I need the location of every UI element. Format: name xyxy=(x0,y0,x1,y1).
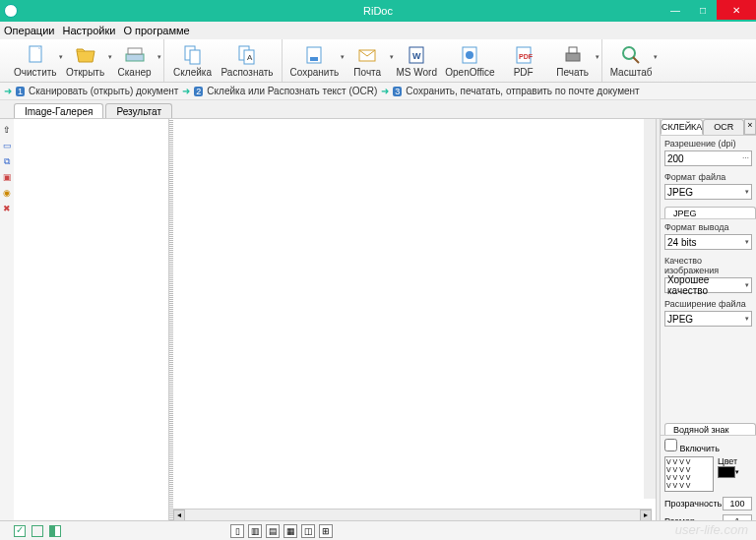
recognize-button[interactable]: AРаспознать xyxy=(221,44,274,78)
folder-icon xyxy=(75,44,96,66)
step3-label: Сохранить, печатать, отправить по почте … xyxy=(406,86,639,96)
svg-text:PDF: PDF xyxy=(519,53,534,60)
tool-target-icon[interactable]: ◉ xyxy=(2,188,12,198)
rtab-glue[interactable]: СКЛЕЙКА xyxy=(661,119,703,135)
bottombar: ✓ ▯ ▥ ▤ ▦ ◫ ⊞ xyxy=(0,520,756,540)
view-square-icon[interactable] xyxy=(32,525,43,537)
tool-delete-icon[interactable]: ✖ xyxy=(2,204,12,213)
resolution-input[interactable]: 200⋯ xyxy=(664,150,752,166)
svg-text:A: A xyxy=(247,53,253,62)
quality-select[interactable]: Хорошее качество▾ xyxy=(664,277,752,293)
rpanel-close-icon[interactable]: × xyxy=(744,119,756,135)
tool-doc-icon[interactable]: ▭ xyxy=(2,141,12,150)
layout4-icon[interactable]: ▦ xyxy=(284,524,297,538)
tool-rotate-icon[interactable]: ▣ xyxy=(2,172,12,182)
zoom-icon xyxy=(620,44,642,66)
layout2-icon[interactable]: ▥ xyxy=(248,524,262,538)
mail-button[interactable]: Почта▾ xyxy=(346,44,388,78)
trans-label: Прозрачность xyxy=(664,499,722,509)
scanner-button[interactable]: Сканер▾ xyxy=(114,44,156,78)
ext-select[interactable]: JPEG▾ xyxy=(664,311,752,327)
wm-preview: V V V V V V V V V V V V V V V V xyxy=(664,456,714,492)
main-tabs: Image-Галерея Результат xyxy=(0,100,756,118)
save-button[interactable]: Сохранить▾ xyxy=(290,44,340,78)
svg-rect-4 xyxy=(190,50,200,64)
print-icon xyxy=(562,44,584,66)
svg-rect-9 xyxy=(310,57,318,61)
trans-input[interactable] xyxy=(723,497,752,510)
step2-label: Склейка или Распознать текст (OCR) xyxy=(207,86,377,96)
right-panel: СКЛЕЙКА OCR × Разрешение (dpi) 200⋯ Форм… xyxy=(660,119,756,530)
layout1-icon[interactable]: ▯ xyxy=(230,524,244,538)
svg-text:W: W xyxy=(412,51,421,61)
scroll-right-icon[interactable]: ▸ xyxy=(640,510,652,521)
svg-rect-2 xyxy=(128,48,142,54)
openoffice-button[interactable]: OpenOffice xyxy=(445,44,494,78)
clear-button[interactable]: Очистить▾ xyxy=(14,44,57,78)
svg-rect-17 xyxy=(566,53,580,61)
svg-line-20 xyxy=(633,57,639,63)
toolbar: Очистить▾ Открыть▾ Сканер▾ Склейка AРасп… xyxy=(0,39,756,83)
output-select[interactable]: 24 bits▾ xyxy=(664,234,752,250)
resolution-label: Разрешение (dpi) xyxy=(664,139,752,149)
format-label: Формат файла xyxy=(664,172,752,182)
stepbar: ➜1Сканировать (открыть) документ ➜2Склей… xyxy=(0,83,756,100)
svg-rect-18 xyxy=(569,47,577,53)
glue-button[interactable]: Склейка xyxy=(172,44,214,78)
canvas xyxy=(173,119,656,530)
pdf-button[interactable]: PDFPDF xyxy=(503,44,544,78)
svg-rect-1 xyxy=(126,54,144,61)
oo-icon xyxy=(459,44,480,66)
tool-up-icon[interactable]: ⇧ xyxy=(2,125,12,135)
scanner-icon xyxy=(124,44,146,66)
view-check-icon[interactable]: ✓ xyxy=(14,525,26,537)
layout6-icon[interactable]: ⊞ xyxy=(319,524,333,538)
scrollbar-h[interactable]: ◂ ▸ xyxy=(173,509,652,520)
maximize-button[interactable]: □ xyxy=(689,0,717,20)
layout5-icon[interactable]: ◫ xyxy=(301,524,315,538)
mail-icon xyxy=(356,44,378,66)
color-picker[interactable] xyxy=(718,466,735,478)
print-button[interactable]: Печать▾ xyxy=(552,44,594,78)
step1-label: Сканировать (открыть) документ xyxy=(29,86,178,96)
word-icon: W xyxy=(406,44,427,66)
step-arrow-icon: ➜ xyxy=(182,86,190,96)
tab-result[interactable]: Результат xyxy=(105,103,171,118)
tab-gallery[interactable]: Image-Галерея xyxy=(14,103,103,118)
app-icon xyxy=(4,4,18,18)
tool-copy-icon[interactable]: ⧉ xyxy=(2,156,12,166)
quality-label: Качество изображения xyxy=(664,256,752,275)
menu-about[interactable]: О программе xyxy=(123,25,189,36)
glue-icon xyxy=(182,44,204,66)
scrollbar-v[interactable] xyxy=(644,119,656,499)
save-icon xyxy=(303,44,325,66)
format-select[interactable]: JPEG▾ xyxy=(664,184,752,200)
svg-point-14 xyxy=(466,51,473,59)
ext-label: Расширение файла xyxy=(664,299,752,309)
titlebar: RiDoc — □ ✕ xyxy=(0,0,756,22)
gallery-panel xyxy=(14,119,169,530)
pdf-icon: PDF xyxy=(513,44,535,66)
wm-enable-check[interactable]: Включить xyxy=(664,444,720,453)
zoom-button[interactable]: Масштаб▾ xyxy=(610,44,653,78)
word-button[interactable]: WMS Word xyxy=(396,44,437,78)
close-button[interactable]: ✕ xyxy=(717,0,756,20)
menu-operations[interactable]: Операции xyxy=(4,25,54,36)
open-button[interactable]: Открыть▾ xyxy=(65,44,106,78)
step-arrow-icon: ➜ xyxy=(4,86,12,96)
scroll-left-icon[interactable]: ◂ xyxy=(173,510,185,521)
menu-settings[interactable]: Настройки xyxy=(62,25,115,36)
sheet-icon xyxy=(25,44,46,66)
output-label: Формат вывода xyxy=(664,222,752,232)
view-grid-icon[interactable] xyxy=(49,525,61,537)
color-label: Цвет xyxy=(718,456,739,466)
app-title: RiDoc xyxy=(363,5,393,17)
menubar: Операции Настройки О программе xyxy=(0,22,756,39)
step-arrow-icon: ➜ xyxy=(381,86,389,96)
rtab-ocr[interactable]: OCR xyxy=(703,119,744,135)
left-toolbar: ⇧ ▭ ⧉ ▣ ◉ ✖ xyxy=(0,119,14,530)
minimize-button[interactable]: — xyxy=(662,0,689,20)
ocr-icon: A xyxy=(236,44,258,66)
layout3-icon[interactable]: ▤ xyxy=(266,524,280,538)
